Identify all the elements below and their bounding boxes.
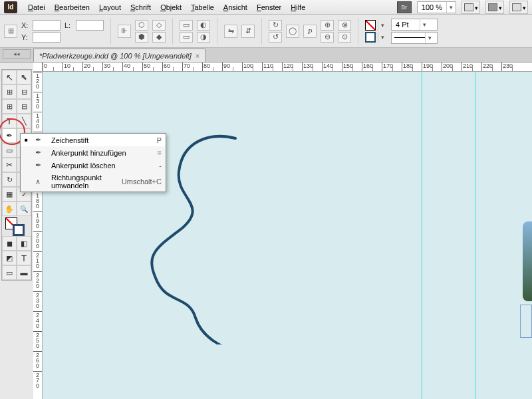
stroke-swatch[interactable] xyxy=(365,32,376,43)
screen-mode-dropdown[interactable] xyxy=(485,1,504,14)
flyout-item-plus[interactable]: ✒Ankerpunkt hinzufügen= xyxy=(21,146,166,159)
path-op-4[interactable]: ◑ xyxy=(197,32,210,43)
ruler-tick: 250 xyxy=(33,331,42,351)
path-op-3[interactable]: ◐ xyxy=(197,20,210,31)
align-icon-1[interactable]: ⊪ xyxy=(118,25,131,38)
path-op-2[interactable]: ▭ xyxy=(180,32,193,43)
misc-icon-2[interactable]: ⊖ xyxy=(321,32,334,43)
stroke-color-swatch[interactable] xyxy=(13,224,25,236)
canvas[interactable] xyxy=(43,72,532,399)
menu-fenster[interactable]: Fenster xyxy=(253,2,285,13)
path-op-1[interactable]: ▭ xyxy=(180,20,193,31)
x-input[interactable] xyxy=(33,20,61,31)
default-colors-icon[interactable]: ◩ xyxy=(2,251,17,265)
misc-icon-3[interactable]: ⊗ xyxy=(338,20,351,31)
panel-collapse-button[interactable]: ◂◂ xyxy=(3,49,31,59)
flyout-item-pen[interactable]: ■✒ZeichenstiftP xyxy=(21,134,166,146)
l-label: L: xyxy=(65,21,74,29)
selection-tool[interactable] xyxy=(2,70,17,84)
flyout-item-label: Ankerpunkt hinzufügen xyxy=(51,149,152,157)
ruler-origin[interactable] xyxy=(33,63,43,72)
menu-bearbeiten[interactable]: Bearbeiten xyxy=(51,2,94,13)
pen-tool[interactable] xyxy=(2,128,17,143)
stroke-style-dropdown-icon[interactable] xyxy=(425,33,434,43)
ruler-tick: 230 xyxy=(501,63,521,71)
content-collector-tool[interactable]: ⊞ xyxy=(2,99,17,114)
ref-point-icon[interactable]: ⊞ xyxy=(4,25,17,38)
line-tool[interactable] xyxy=(17,114,31,128)
guide-vertical-1[interactable] xyxy=(422,72,422,399)
flyout-item-conv[interactable]: ∧Richtungspunkt umwandelnUmschalt+C xyxy=(21,172,166,192)
menu-ansicht[interactable]: Ansicht xyxy=(219,2,251,13)
gap-tool[interactable] xyxy=(17,84,31,99)
stroke-dropdown-icon[interactable] xyxy=(378,32,387,43)
menu-hilfe[interactable]: Hilfe xyxy=(287,2,309,13)
menu-objekt[interactable]: Objekt xyxy=(156,2,186,13)
preview-view-icon[interactable]: ▬ xyxy=(17,265,31,280)
fill-swatch[interactable] xyxy=(365,20,376,31)
menu-layout[interactable]: Layout xyxy=(95,2,125,13)
menu-datei[interactable]: Datei xyxy=(24,2,49,13)
menu-tabelle[interactable]: Tabelle xyxy=(187,2,218,13)
ruler-horizontal[interactable]: 0102030405060708090100110120130140150160… xyxy=(43,63,532,72)
ruler-tick: 50 xyxy=(142,63,162,71)
hand-tool[interactable] xyxy=(2,201,17,216)
flip-v-icon[interactable]: ⇵ xyxy=(241,25,255,38)
gradient-swatch-tool[interactable] xyxy=(2,187,17,201)
convert-icon-1[interactable]: ◇ xyxy=(152,20,166,31)
ruler-tick: 240 xyxy=(33,311,42,331)
direct-selection-tool[interactable] xyxy=(17,70,31,84)
control-bar: ⊞ X: Y: L: ⊪ ⬡ ⬢ ◇ ◆ ▭ ▭ ◐ ◑ ⇋ ⇵ ↻ ↺ ◯ P… xyxy=(0,15,532,48)
fill-dropdown-icon[interactable] xyxy=(378,20,387,31)
misc-icon-4[interactable]: ⊙ xyxy=(338,32,351,43)
rotate-tool[interactable] xyxy=(2,172,17,187)
bridge-button[interactable]: Br xyxy=(397,1,412,13)
rectangle-frame-tool[interactable] xyxy=(2,143,17,158)
ruler-tick: 20 xyxy=(82,63,102,71)
apply-gradient-icon[interactable]: ◧ xyxy=(17,236,31,251)
zoom-dropdown-icon[interactable] xyxy=(446,2,456,13)
arrange-dropdown[interactable] xyxy=(509,1,528,14)
tab-close-icon[interactable]: × xyxy=(196,52,200,60)
misc-icon-1[interactable]: ⊕ xyxy=(321,20,334,31)
ruler-tick: 90 xyxy=(222,63,242,71)
flyout-item-shortcut: Umschalt+C xyxy=(122,178,162,186)
scissors-tool[interactable] xyxy=(2,158,17,172)
effects-icon[interactable]: ◯ xyxy=(286,25,299,38)
ruler-tick: 180 xyxy=(402,63,422,71)
content-placer-tool[interactable]: ⊟ xyxy=(17,99,31,114)
convert-icon-2[interactable]: ◆ xyxy=(152,32,166,43)
guide-vertical-2[interactable] xyxy=(475,72,475,399)
type-tool[interactable] xyxy=(2,114,17,128)
flip-h-icon[interactable]: ⇋ xyxy=(224,25,237,38)
zoom-tool[interactable] xyxy=(17,201,31,216)
apply-color-icon[interactable]: ◼ xyxy=(2,236,17,251)
stroke-weight-dropdown-icon[interactable] xyxy=(420,19,429,30)
ruler-vertical[interactable]: 1201301401501601701801902002102202302402… xyxy=(33,72,43,399)
menu-schrift[interactable]: Schrift xyxy=(126,2,155,13)
partial-frame-edge[interactable] xyxy=(520,305,532,338)
l-input[interactable] xyxy=(76,20,104,31)
flyout-item-minus[interactable]: ✒Ankerpunkt löschen- xyxy=(21,159,166,172)
page-tool[interactable] xyxy=(2,84,17,99)
document-tab[interactable]: *Pfadwerkzeuge.indd @ 100 % [Umgewandelt… xyxy=(33,49,205,62)
textwrap-2[interactable]: ↺ xyxy=(269,32,282,43)
stroke-style-combo[interactable] xyxy=(391,32,438,44)
y-input[interactable] xyxy=(33,32,61,43)
stroke-weight-value: 4 Pt xyxy=(392,21,420,29)
ruler-tick: 120 xyxy=(33,72,42,92)
placeholder-p-icon[interactable]: P xyxy=(303,25,317,38)
ruler-tick: 60 xyxy=(162,63,182,71)
formatting-text-icon[interactable] xyxy=(17,251,31,265)
x-label: X: xyxy=(21,21,31,29)
normal-view-icon[interactable]: ▭ xyxy=(2,265,17,280)
zoom-value: 100 % xyxy=(418,3,446,11)
flyout-item-shortcut: = xyxy=(158,149,162,157)
anchor-icon-2[interactable]: ⬢ xyxy=(135,32,148,43)
stroke-weight-combo[interactable]: 4 Pt xyxy=(391,19,438,31)
zoom-combo[interactable]: 100 % xyxy=(417,1,456,13)
view-mode-dropdown[interactable] xyxy=(462,1,480,14)
color-swatch-pair[interactable] xyxy=(2,216,31,236)
textwrap-1[interactable]: ↻ xyxy=(269,20,282,31)
anchor-icon-1[interactable]: ⬡ xyxy=(135,20,148,31)
